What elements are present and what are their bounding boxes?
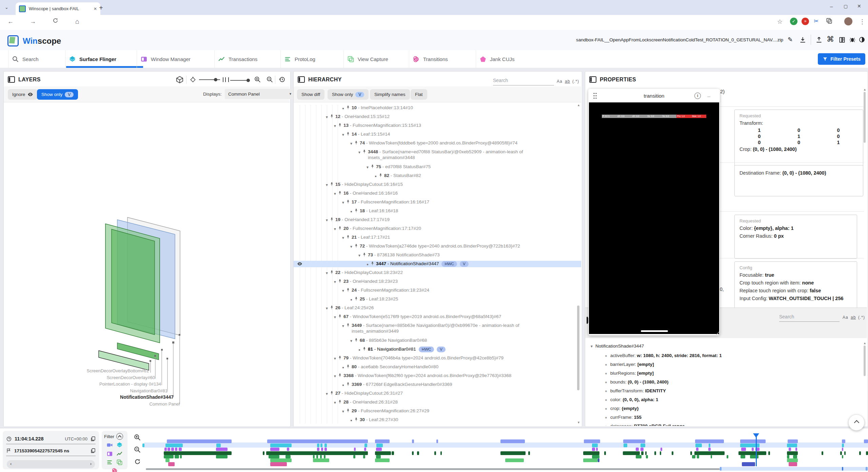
trace-block-protolog[interactable]: [640, 448, 644, 451]
extension-forward-icon[interactable]: »: [802, 18, 809, 25]
scroll-up-icon[interactable]: ▲: [863, 341, 866, 345]
timeline-zoom-in-icon[interactable]: [134, 434, 141, 441]
report-bug-icon[interactable]: [849, 36, 856, 43]
trace-block-transitions-trace[interactable]: [269, 455, 279, 458]
trace-block-transactions[interactable]: [694, 451, 725, 455]
transition-overlay-window[interactable]: transition i _ P: 0 / 1dX: 0.0dY: 0.0Xv:…: [588, 89, 720, 335]
trace-block-surface-flinger[interactable]: [364, 444, 367, 447]
trace-block-transactions[interactable]: [645, 451, 647, 455]
trace-block-transitions-trace[interactable]: [692, 455, 695, 458]
tab-window-manager[interactable]: Window Manager: [137, 50, 221, 68]
trace-block-transactions[interactable]: [604, 451, 606, 455]
expand-arrow-icon[interactable]: ▼: [324, 217, 330, 223]
minimize-icon[interactable]: _: [707, 92, 710, 98]
expand-arrow-icon[interactable]: ▼: [349, 337, 354, 344]
tree-node-17[interactable]: ▼17 - FullscreenMagnification:16:16#17: [294, 199, 581, 205]
pin-icon[interactable]: [330, 217, 334, 221]
trace-block-transactions[interactable]: [859, 451, 861, 455]
trace-block-transactions[interactable]: [654, 451, 656, 455]
pin-icon[interactable]: [354, 417, 358, 421]
trace-block-protolog[interactable]: [795, 448, 797, 451]
trace-block-protolog[interactable]: [752, 448, 754, 451]
tab-protolog[interactable]: ProtoLog: [280, 50, 351, 68]
trace-block-jank-cujs[interactable]: [270, 462, 287, 466]
trace-block-transactions[interactable]: [263, 451, 264, 455]
tree-node-13[interactable]: ▼13 - FullscreenMagnification:15:15#13: [294, 122, 581, 129]
trace-block-surface-flinger[interactable]: [376, 444, 383, 447]
shortcuts-icon[interactable]: ⌘: [827, 35, 834, 44]
trace-block-protolog[interactable]: [592, 448, 595, 451]
pin-icon[interactable]: [354, 208, 358, 213]
trace-block-surface-flinger[interactable]: [320, 444, 322, 447]
trace-block-protolog[interactable]: [696, 448, 698, 451]
timeline-cursor[interactable]: [756, 435, 757, 466]
expand-arrow-icon[interactable]: ▼: [357, 252, 362, 258]
trace-block-transitions-trace[interactable]: [175, 455, 179, 458]
trace-block-protolog[interactable]: [175, 448, 177, 451]
frame-scrollbar[interactable]: ‹ ›: [7, 460, 95, 468]
list-filter-icon[interactable]: [106, 459, 113, 466]
trace-block-protolog[interactable]: [171, 448, 174, 451]
property-item[interactable]: ●crop: {empty}: [605, 406, 639, 411]
pin-icon[interactable]: [338, 191, 342, 195]
regex-toggle[interactable]: (.*): [858, 315, 865, 320]
hierarchy-scrollbar[interactable]: [577, 306, 579, 390]
trace-block-window-manager[interactable]: [740, 439, 766, 443]
tree-node-3368[interactable]: ▼3368 - WindowToken{f6b2f60 type=2024 an…: [294, 373, 581, 379]
expand-arrow-icon[interactable]: ▼: [332, 190, 338, 197]
trace-block-protolog[interactable]: [789, 448, 791, 451]
trace-block-transitions-trace[interactable]: [320, 455, 322, 458]
expand-arrow-icon[interactable]: ▼: [324, 270, 330, 276]
tree-node-81[interactable]: ●81 - NavigationBar0#81HWCV: [294, 346, 581, 353]
show-only-chip[interactable]: Show only V: [328, 89, 369, 100]
trace-block-transitions-trace[interactable]: [741, 455, 745, 458]
expand-arrow-icon[interactable]: ▼: [340, 199, 346, 205]
scroll-down-icon[interactable]: ▼: [577, 421, 580, 424]
property-item[interactable]: ●barrierLayer: [empty]: [605, 362, 654, 367]
pin-icon[interactable]: [338, 355, 342, 360]
collapse-subpanel-icon[interactable]: [587, 317, 588, 324]
chart-filter-icon[interactable]: [116, 450, 123, 457]
trace-block-transactions[interactable]: [840, 451, 842, 455]
tab-view-capture[interactable]: View Capture: [343, 50, 416, 68]
trace-block-transactions[interactable]: [440, 451, 442, 455]
tree-node-15[interactable]: ▼15 - HideDisplayCutout:16:16#15: [294, 181, 581, 188]
pin-icon[interactable]: [362, 347, 367, 351]
expand-arrow-icon[interactable]: ▼: [357, 149, 362, 155]
trace-block-protolog[interactable]: [741, 448, 746, 451]
window-filter-icon[interactable]: [106, 450, 113, 457]
trace-block-transitions-trace[interactable]: [313, 455, 315, 458]
trace-block-transactions[interactable]: [392, 451, 394, 455]
timeline-cursor-handle[interactable]: [753, 433, 759, 438]
trace-block-protolog[interactable]: [287, 448, 289, 451]
pin-icon[interactable]: [362, 252, 367, 257]
trace-block-surface-flinger[interactable]: [709, 444, 710, 447]
trace-block[interactable]: [742, 462, 755, 466]
trace-block-window-manager[interactable]: [500, 439, 525, 443]
trace-block-window-manager[interactable]: [436, 439, 438, 443]
tree-node-82[interactable]: ●82 - StatusBar#82: [294, 173, 581, 179]
expand-arrow-icon[interactable]: ▼: [340, 234, 346, 241]
trace-block-surface-flinger[interactable]: [787, 444, 797, 447]
tree-node-80[interactable]: ●80 - ace6abb SecondaryHomeHandle0#80: [294, 364, 581, 370]
reset-view-icon[interactable]: [278, 76, 285, 83]
tree-node-12[interactable]: ▼12 - OneHanded:15:15#12: [294, 114, 581, 120]
trace-block-protolog[interactable]: [321, 448, 323, 451]
trace-block-transitions-trace[interactable]: [180, 455, 182, 458]
pin-icon[interactable]: [354, 296, 358, 301]
pin-icon[interactable]: [338, 314, 342, 318]
trace-block-protolog[interactable]: [636, 448, 639, 451]
trace-block-transactions[interactable]: [822, 451, 823, 455]
trace-block-protolog[interactable]: [708, 448, 711, 451]
trace-block-transactions[interactable]: [672, 451, 673, 455]
property-item[interactable]: ●color: (0, 0, 0), alpha: 1: [605, 397, 658, 402]
show-only-chip[interactable]: Show only V: [37, 89, 78, 100]
trace-block-transitions-trace[interactable]: [592, 455, 599, 458]
expand-arrow-icon[interactable]: ▼: [349, 140, 354, 146]
expand-arrow-icon[interactable]: ▼: [332, 373, 338, 379]
tab-close-icon[interactable]: ✕: [94, 6, 97, 11]
trace-block-transactions[interactable]: [500, 451, 526, 455]
documentation-icon[interactable]: [839, 36, 846, 43]
trace-block-transitions-trace[interactable]: [324, 455, 326, 458]
trace-block-surface-flinger[interactable]: [842, 444, 844, 447]
